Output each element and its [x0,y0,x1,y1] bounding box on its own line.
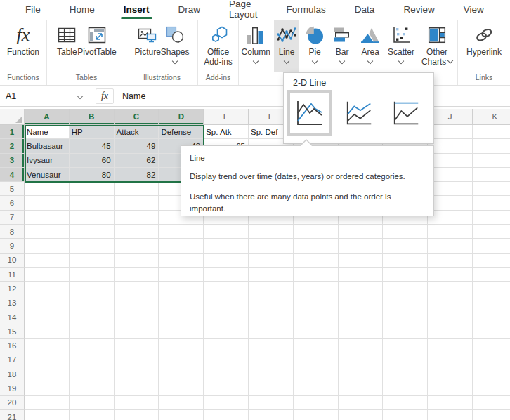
cell-D18[interactable] [159,367,204,381]
cell-E21[interactable] [204,410,249,420]
row-header-2[interactable]: 2 [0,139,25,153]
cell-E11[interactable] [204,268,249,282]
cell-J18[interactable] [428,367,473,381]
cell-K12[interactable] [473,282,510,296]
cell-G12[interactable] [294,282,339,296]
cell-F17[interactable] [249,353,294,367]
cell-C1[interactable]: Attack [115,125,159,139]
row-header-16[interactable]: 16 [0,339,25,353]
cell-A2[interactable]: Bulbasaur [25,139,70,153]
cell-A11[interactable] [25,268,70,282]
cell-F21[interactable] [249,410,294,420]
cell-J9[interactable] [428,239,473,253]
cell-E20[interactable] [204,396,249,410]
cell-J8[interactable] [428,225,473,239]
cell-G11[interactable] [294,268,339,282]
cell-K5[interactable] [473,182,510,196]
line-chart-button[interactable]: Line [274,20,300,72]
cell-C7[interactable] [115,211,159,225]
cell-B18[interactable] [70,367,115,381]
area-chart-button[interactable]: Area [358,20,384,72]
cell-C13[interactable] [115,296,159,310]
shapes-button[interactable]: Shapes [161,20,190,72]
cell-K9[interactable] [473,239,510,253]
cell-A5[interactable] [25,182,70,196]
cell-J4[interactable] [428,168,473,182]
row-header-14[interactable]: 14 [0,310,25,324]
cell-K21[interactable] [473,410,510,420]
cell-H20[interactable] [339,396,384,410]
cell-J14[interactable] [428,310,473,324]
column-header-A[interactable]: A [25,109,70,125]
tab-draw[interactable]: Draw [177,1,202,19]
cell-J5[interactable] [428,182,473,196]
cell-J12[interactable] [428,282,473,296]
cell-J7[interactable] [428,211,473,225]
cell-D10[interactable] [159,254,204,268]
cell-D12[interactable] [159,282,204,296]
cell-C21[interactable] [115,410,159,420]
cell-I15[interactable] [383,324,428,339]
cell-B21[interactable] [70,410,115,420]
pie-chart-button[interactable]: Pie [302,20,327,72]
cell-B12[interactable] [70,282,115,296]
cell-I12[interactable] [383,282,428,296]
cell-F14[interactable] [249,310,294,324]
cell-C4[interactable]: 82 [115,168,159,182]
cell-G14[interactable] [294,310,339,324]
row-header-12[interactable]: 12 [0,282,25,296]
cell-E16[interactable] [204,339,249,353]
cell-D1[interactable]: Defense [159,125,204,139]
cell-I13[interactable] [383,296,428,310]
cell-D19[interactable] [159,381,204,395]
cell-C15[interactable] [115,324,159,339]
cell-I19[interactable] [383,381,428,395]
cell-J17[interactable] [428,353,473,367]
cell-K2[interactable] [473,139,510,153]
cell-C8[interactable] [115,225,159,239]
cell-J21[interactable] [428,410,473,420]
row-header-10[interactable]: 10 [0,254,25,268]
cell-C14[interactable] [115,310,159,324]
tab-data[interactable]: Data [353,1,377,19]
cell-H8[interactable] [339,225,384,239]
cell-B17[interactable] [70,353,115,367]
cell-F11[interactable] [249,268,294,282]
cell-A7[interactable] [25,211,70,225]
cell-J16[interactable] [428,339,473,353]
cell-G8[interactable] [294,225,339,239]
cell-I14[interactable] [383,310,428,324]
tab-review[interactable]: Review [402,1,436,19]
cell-K13[interactable] [473,296,510,310]
cell-B19[interactable] [70,381,115,395]
cell-C11[interactable] [115,268,159,282]
tab-view[interactable]: View [462,1,485,19]
cell-F19[interactable] [249,381,294,395]
cell-I21[interactable] [383,410,428,420]
cell-K19[interactable] [473,381,510,395]
cell-H12[interactable] [339,282,384,296]
cell-B7[interactable] [70,211,115,225]
cell-A21[interactable] [25,410,70,420]
cell-D20[interactable] [159,396,204,410]
name-box[interactable]: A1 [0,86,91,106]
cell-J15[interactable] [428,324,473,339]
cell-K4[interactable] [473,168,510,182]
column-header-J[interactable]: J [428,109,473,125]
cell-D17[interactable] [159,353,204,367]
cell-B1[interactable]: HP [70,125,115,139]
cell-J1[interactable] [428,125,473,139]
cell-C5[interactable] [115,182,159,196]
hyperlink-button[interactable]: Hyperlink [466,20,502,72]
column-header-D[interactable]: D [159,109,204,125]
row-header-20[interactable]: 20 [0,396,25,410]
cell-K10[interactable] [473,254,510,268]
cell-D11[interactable] [159,268,204,282]
cell-F16[interactable] [249,339,294,353]
option-100-stacked-line-chart[interactable] [386,93,426,133]
office-addins-button[interactable]: Office Add-ins [204,20,233,72]
cell-E1[interactable]: Sp. Atk [204,125,249,139]
cell-A16[interactable] [25,339,70,353]
cell-H14[interactable] [339,310,384,324]
row-header-18[interactable]: 18 [0,367,25,381]
